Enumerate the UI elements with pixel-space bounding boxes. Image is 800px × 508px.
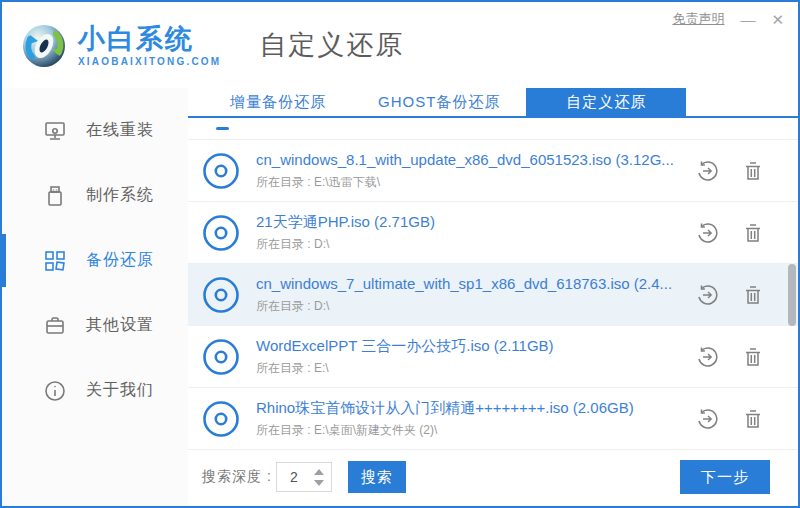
- row-actions: [696, 284, 764, 306]
- window-controls: 免责声明 — ✕: [672, 10, 784, 28]
- sidebar-item-label: 制作系统: [86, 185, 154, 206]
- row-actions: [696, 222, 764, 244]
- tab-incremental-backup[interactable]: 增量备份还原: [204, 88, 352, 116]
- brand: 小白系统 XIAOBAIXITONG.COM: [78, 24, 221, 67]
- scrollbar-thumb[interactable]: [788, 264, 796, 326]
- sidebar-item-about-us[interactable]: 关于我们: [2, 358, 188, 423]
- iso-path: 所在目录 : D:\: [256, 298, 684, 315]
- footer-bar: 搜索深度 : 2 搜索 下一步: [188, 454, 798, 506]
- sidebar-item-make-system[interactable]: 制作系统: [2, 163, 188, 228]
- backup-grid-icon: [44, 250, 66, 272]
- disc-icon: [202, 400, 240, 438]
- table-row-selected[interactable]: cn_windows_7_ultimate_with_sp1_x86_dvd_6…: [188, 264, 798, 326]
- next-step-button[interactable]: 下一步: [680, 460, 770, 494]
- row-text: cn_windows_7_ultimate_with_sp1_x86_dvd_6…: [256, 275, 684, 315]
- iso-path: 所在目录 : E:\桌面\新建文件夹 (2)\: [256, 422, 684, 439]
- search-depth-value: 2: [277, 469, 311, 485]
- tab-ghost-backup[interactable]: GHOST备份还原: [352, 88, 526, 116]
- search-depth-stepper[interactable]: 2: [276, 462, 332, 492]
- sidebar-item-other-settings[interactable]: 其他设置: [2, 293, 188, 358]
- restore-icon[interactable]: [696, 346, 718, 368]
- minimize-icon[interactable]: —: [740, 12, 755, 27]
- brand-name: 小白系统: [78, 24, 221, 54]
- trash-icon[interactable]: [742, 346, 764, 368]
- info-icon: [44, 380, 66, 402]
- disc-icon: [202, 214, 240, 252]
- search-depth-label: 搜索深度 :: [202, 468, 272, 486]
- main-panel: 增量备份还原 GHOST备份还原 自定义还原 cn_windows_8.1_wi…: [188, 88, 798, 506]
- partial-list-row: [188, 118, 798, 140]
- sidebar-item-label: 备份还原: [86, 250, 154, 271]
- row-actions: [696, 408, 764, 430]
- partial-disc-sliver: [216, 127, 229, 130]
- table-row[interactable]: Rhino珠宝首饰设计从入门到精通++++++++.iso (2.06GB) 所…: [188, 388, 798, 450]
- usb-drive-icon: [44, 185, 66, 207]
- disc-icon: [202, 276, 240, 314]
- table-row[interactable]: WordExcelPPT 三合一办公技巧.iso (2.11GB) 所在目录 :…: [188, 326, 798, 388]
- trash-icon[interactable]: [742, 284, 764, 306]
- disclaimer-link[interactable]: 免责声明: [672, 10, 724, 28]
- sidebar-item-label: 其他设置: [86, 315, 154, 336]
- restore-icon[interactable]: [696, 408, 718, 430]
- iso-title: cn_windows_7_ultimate_with_sp1_x86_dvd_6…: [256, 275, 684, 293]
- monitor-icon: [44, 120, 66, 142]
- stepper-up-icon[interactable]: [314, 469, 324, 475]
- sidebar-item-backup-restore[interactable]: 备份还原: [2, 228, 188, 293]
- table-row[interactable]: cn_windows_8.1_with_update_x86_dvd_60515…: [188, 140, 798, 202]
- sidebar-item-label: 关于我们: [86, 380, 154, 401]
- iso-list: cn_windows_8.1_with_update_x86_dvd_60515…: [188, 118, 798, 454]
- restore-icon[interactable]: [696, 284, 718, 306]
- sidebar-item-online-reinstall[interactable]: 在线重装: [2, 98, 188, 163]
- iso-title: Rhino珠宝首饰设计从入门到精通++++++++.iso (2.06GB): [256, 399, 684, 417]
- iso-path: 所在目录 : E:\迅雷下载\: [256, 174, 684, 191]
- trash-icon[interactable]: [742, 408, 764, 430]
- row-text: cn_windows_8.1_with_update_x86_dvd_60515…: [256, 151, 684, 191]
- iso-path: 所在目录 : D:\: [256, 236, 684, 253]
- page-title: 自定义还原: [259, 27, 404, 63]
- sidebar-item-label: 在线重装: [86, 120, 154, 141]
- table-row[interactable]: 21天学通PHP.iso (2.71GB) 所在目录 : D:\: [188, 202, 798, 264]
- restore-icon[interactable]: [696, 222, 718, 244]
- disc-icon: [202, 152, 240, 190]
- close-icon[interactable]: ✕: [771, 12, 784, 27]
- iso-path: 所在目录 : E:\: [256, 360, 684, 377]
- iso-title: cn_windows_8.1_with_update_x86_dvd_60515…: [256, 151, 684, 169]
- brand-domain: XIAOBAIXITONG.COM: [78, 56, 221, 67]
- row-text: WordExcelPPT 三合一办公技巧.iso (2.11GB) 所在目录 :…: [256, 337, 684, 377]
- sidebar: 在线重装 制作系统: [2, 88, 188, 506]
- stepper-down-icon[interactable]: [314, 480, 324, 486]
- row-actions: [696, 160, 764, 182]
- iso-title: 21天学通PHP.iso (2.71GB): [256, 213, 684, 231]
- row-text: Rhino珠宝首饰设计从入门到精通++++++++.iso (2.06GB) 所…: [256, 399, 684, 439]
- tab-bar: 增量备份还原 GHOST备份还原 自定义还原: [188, 88, 798, 118]
- tab-custom-restore[interactable]: 自定义还原: [526, 88, 686, 116]
- briefcase-icon: [44, 315, 66, 337]
- app-window: 免责声明 — ✕ 小白系统 XIAOBAIXITONG.COM 自定义还原: [0, 0, 800, 508]
- row-text: 21天学通PHP.iso (2.71GB) 所在目录 : D:\: [256, 213, 684, 253]
- row-actions: [696, 346, 764, 368]
- body: 在线重装 制作系统: [2, 88, 798, 506]
- stepper-arrows: [311, 469, 331, 486]
- disc-icon: [202, 338, 240, 376]
- trash-icon[interactable]: [742, 222, 764, 244]
- list-scrollbar[interactable]: [788, 118, 796, 454]
- trash-icon[interactable]: [742, 160, 764, 182]
- iso-title: WordExcelPPT 三合一办公技巧.iso (2.11GB): [256, 337, 684, 355]
- restore-icon[interactable]: [696, 160, 718, 182]
- search-button[interactable]: 搜索: [348, 461, 406, 493]
- brand-logo-icon: [18, 19, 70, 71]
